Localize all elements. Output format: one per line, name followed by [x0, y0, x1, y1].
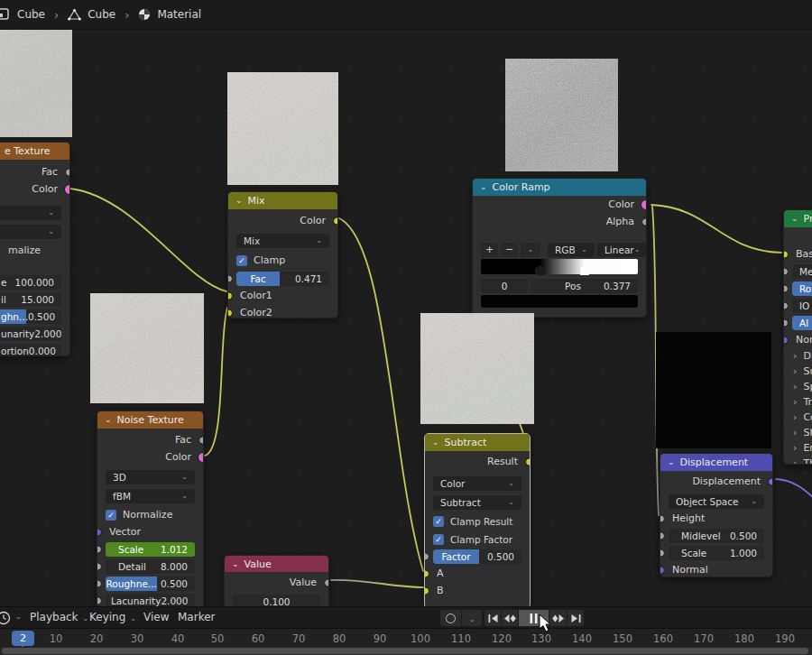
alpha-slider[interactable]: Al: [792, 316, 812, 330]
dimensions-dropdown[interactable]: ⌄: [0, 206, 61, 220]
displacement-out-socket[interactable]: [768, 477, 773, 485]
ior-socket[interactable]: [783, 301, 789, 309]
roughness-socket[interactable]: [783, 284, 789, 292]
node-header[interactable]: ⌄ Value: [225, 556, 328, 572]
breadcrumb-mesh[interactable]: Cube: [68, 8, 115, 21]
node-header[interactable]: ⌄ Mix: [228, 192, 337, 209]
color-socket[interactable]: [198, 452, 204, 463]
value-out-socket[interactable]: [324, 578, 329, 586]
panel-emission[interactable]: ›Em: [784, 440, 812, 456]
color2-socket[interactable]: [227, 309, 233, 317]
ior-field[interactable]: IO: [792, 299, 812, 313]
node-header[interactable]: ⌄ Noise Texture: [97, 411, 203, 429]
metallic-field[interactable]: Me: [792, 264, 812, 279]
vector-socket[interactable]: [97, 528, 102, 536]
timeline-scrollbar[interactable]: [2, 648, 808, 654]
noise-type-dropdown[interactable]: ⌄: [0, 225, 61, 239]
color-out-socket[interactable]: [333, 217, 338, 225]
jump-to-end-button[interactable]: [567, 610, 584, 626]
fac-socket[interactable]: [65, 168, 70, 176]
node-principled-bsdf[interactable]: ⌄ Pri Base Me Ro IO Al Norm: [783, 209, 812, 465]
scale-socket[interactable]: [97, 545, 102, 553]
detail-socket[interactable]: [97, 562, 102, 570]
midlevel-field[interactable]: Midlevel 0.500: [669, 529, 764, 543]
b-socket[interactable]: [424, 586, 429, 595]
distortion-field[interactable]: ortion 0.000: [0, 344, 61, 357]
menu-keying[interactable]: Keying⌄: [89, 611, 136, 623]
collapse-icon[interactable]: ⌄: [105, 416, 112, 424]
fac-socket[interactable]: [198, 436, 204, 444]
clamp-checkbox-row[interactable]: ✓ Clamp: [228, 252, 337, 269]
checkbox-checked[interactable]: ✓: [433, 516, 444, 527]
midlevel-socket[interactable]: [660, 531, 665, 540]
remove-stop-button[interactable]: −: [501, 243, 518, 257]
panel-subsurface[interactable]: ›Su: [784, 364, 812, 379]
height-socket[interactable]: [660, 514, 665, 522]
ramp-options-button[interactable]: ⌄: [521, 243, 540, 257]
previous-keyframe-button[interactable]: [502, 610, 518, 626]
collapse-icon[interactable]: ⌄: [232, 560, 239, 568]
collapse-icon[interactable]: ⌄: [432, 438, 439, 447]
color-mode-dropdown[interactable]: RGB ⌄: [548, 243, 595, 257]
result-socket[interactable]: [525, 457, 531, 466]
color1-socket[interactable]: [227, 291, 233, 300]
scale-field[interactable]: e 100.000: [0, 275, 61, 290]
collapse-icon[interactable]: ⌄: [668, 458, 675, 466]
normalize-checkbox-row[interactable]: malize: [0, 242, 69, 259]
metallic-socket[interactable]: [783, 267, 789, 275]
normalize-checkbox-row[interactable]: ✓ Normalize: [97, 506, 203, 523]
detail-field[interactable]: Detail 8.000: [106, 559, 195, 574]
lacunarity-field[interactable]: unarity 2.000: [0, 327, 61, 341]
add-stop-button[interactable]: +: [481, 243, 498, 257]
color-ramp-gradient[interactable]: [481, 259, 638, 274]
panel-specular[interactable]: ›Sp: [784, 379, 812, 394]
scale-socket[interactable]: [660, 549, 665, 557]
operation-dropdown[interactable]: Subtract ⌄: [433, 495, 521, 510]
alpha-socket[interactable]: [783, 318, 789, 327]
auto-keying-button[interactable]: [440, 610, 461, 626]
checkbox-checked[interactable]: ✓: [106, 510, 116, 521]
fac-slider[interactable]: Fac 0.471: [236, 272, 329, 286]
keying-set-dropdown[interactable]: ⌄: [462, 610, 482, 626]
panel-sheen[interactable]: ›Sh: [784, 425, 812, 440]
fac-in-socket[interactable]: [227, 274, 233, 282]
clamp-result-row[interactable]: ✓ Clamp Result: [425, 512, 530, 530]
roughness-slider[interactable]: Ro: [792, 281, 812, 296]
panel-coat[interactable]: ›Co: [784, 410, 812, 425]
node-subtract[interactable]: ⌄ Subtract Result Color ⌄ Subtract ⌄ ✓ C…: [424, 433, 531, 609]
normal-socket[interactable]: [783, 336, 789, 344]
scale-field-keyframed[interactable]: Scale 1.012: [106, 542, 195, 557]
dimensions-dropdown[interactable]: 3D ⌄: [106, 470, 195, 484]
current-frame-indicator[interactable]: 2: [12, 631, 34, 646]
panel-thin-film[interactable]: ›Th: [784, 456, 812, 465]
collapse-icon[interactable]: ⌄: [480, 183, 487, 191]
alpha-out-socket[interactable]: [641, 217, 647, 226]
node-color-ramp[interactable]: ⌄ Color Ramp Color Alpha + − ⌄ RGB ⌄ Lin…: [472, 178, 647, 318]
node-displacement[interactable]: ⌄ Displacement Displacement Object Space…: [660, 453, 773, 577]
stop-position-field[interactable]: Pos 0.377: [531, 279, 638, 293]
timeline-editor-icon[interactable]: [0, 611, 11, 625]
editor-type-dropdown[interactable]: ⌄: [15, 611, 22, 621]
collapse-icon[interactable]: ⌄: [235, 197, 243, 205]
roughness-slider[interactable]: Roughne... 0.500: [106, 577, 195, 591]
data-type-dropdown[interactable]: Color ⌄: [433, 476, 521, 491]
space-dropdown[interactable]: Object Space ⌄: [669, 494, 764, 509]
node-value[interactable]: ⌄ Value Value 0.100: [224, 555, 329, 609]
roughness-socket[interactable]: [97, 579, 102, 587]
checkbox-checked[interactable]: ✓: [236, 255, 247, 266]
breadcrumb-material[interactable]: Material: [138, 8, 201, 21]
menu-marker[interactable]: Marker: [178, 611, 215, 623]
menu-view[interactable]: View: [143, 611, 169, 623]
a-socket[interactable]: [424, 569, 429, 577]
stop-color-swatch[interactable]: [481, 295, 638, 308]
factor-slider[interactable]: Factor 0.500: [433, 549, 521, 564]
panel-diffuse[interactable]: ›Dif: [784, 348, 812, 364]
scale-field[interactable]: Scale 1.000: [669, 546, 764, 560]
base-color-socket[interactable]: [783, 250, 789, 258]
timeline-ruler[interactable]: 10 20 30 40 50 60 70 80 90 100 110 120 1…: [0, 628, 812, 647]
noise-type-dropdown[interactable]: fBM ⌄: [106, 489, 195, 503]
node-noise-texture-left[interactable]: e Texture Fac Color ⌄ ⌄ malize e 100.000…: [0, 142, 70, 356]
color-socket[interactable]: [64, 184, 70, 195]
stop-index-field[interactable]: 0: [481, 279, 528, 293]
node-header[interactable]: ⌄ Color Ramp: [473, 179, 646, 196]
